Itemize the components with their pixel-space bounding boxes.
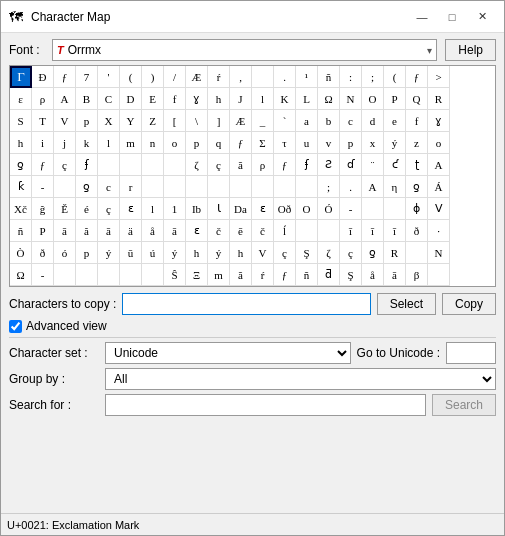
char-cell[interactable]: [ xyxy=(164,110,186,132)
char-cell[interactable]: ƍ xyxy=(406,176,428,198)
char-cell[interactable]: ŕ xyxy=(252,264,274,286)
char-cell[interactable]: ƙ xyxy=(10,176,32,198)
char-cell[interactable]: Æ xyxy=(230,110,252,132)
char-cell[interactable]: b xyxy=(318,110,340,132)
char-cell[interactable] xyxy=(406,242,428,264)
char-cell[interactable]: ƒ xyxy=(230,132,252,154)
font-selector[interactable]: T Orrmx ▾ xyxy=(52,39,437,61)
char-cell[interactable]: d xyxy=(362,110,384,132)
char-cell[interactable]: ƍ xyxy=(362,242,384,264)
char-cell[interactable] xyxy=(142,264,164,286)
char-cell[interactable]: Xč xyxy=(10,198,32,220)
char-cell[interactable]: S xyxy=(10,110,32,132)
char-cell[interactable]: Γ xyxy=(10,66,32,88)
char-cell[interactable]: Ě xyxy=(54,198,76,220)
char-cell[interactable] xyxy=(230,176,252,198)
char-cell[interactable] xyxy=(120,154,142,176)
help-button[interactable]: Help xyxy=(445,39,496,61)
char-cell[interactable] xyxy=(142,154,164,176)
char-cell[interactable]: - xyxy=(32,264,54,286)
char-cell[interactable]: β xyxy=(406,264,428,286)
char-cell[interactable] xyxy=(252,66,274,88)
char-cell[interactable]: ã xyxy=(230,264,252,286)
char-cell[interactable]: ɛ xyxy=(252,198,274,220)
char-cell[interactable]: ɛ xyxy=(186,220,208,242)
char-cell[interactable]: ; xyxy=(362,66,384,88)
char-cell[interactable]: V xyxy=(252,242,274,264)
char-cell[interactable]: j xyxy=(54,132,76,154)
char-cell[interactable]: · xyxy=(428,220,450,242)
char-cell[interactable]: Ð xyxy=(32,66,54,88)
char-cell[interactable]: m xyxy=(120,132,142,154)
char-cell[interactable]: ζ xyxy=(186,154,208,176)
char-cell[interactable] xyxy=(428,264,450,286)
char-cell[interactable]: Y xyxy=(120,110,142,132)
char-cell[interactable]: ¨ xyxy=(362,154,384,176)
char-cell[interactable]: Ŝ xyxy=(164,264,186,286)
char-cell[interactable]: ) xyxy=(142,66,164,88)
char-cell[interactable]: ū xyxy=(120,242,142,264)
char-cell[interactable]: ] xyxy=(208,110,230,132)
char-cell[interactable]: ʄ xyxy=(296,154,318,176)
char-cell[interactable]: R xyxy=(428,88,450,110)
char-cell[interactable]: X xyxy=(98,110,120,132)
char-cell[interactable]: C xyxy=(98,88,120,110)
char-cell[interactable]: _ xyxy=(252,110,274,132)
char-cell[interactable]: ƒ xyxy=(54,66,76,88)
char-cell[interactable]: Ş xyxy=(296,242,318,264)
char-cell[interactable]: o xyxy=(428,132,450,154)
char-cell[interactable]: l xyxy=(252,88,274,110)
char-cell[interactable] xyxy=(208,176,230,198)
char-cell[interactable]: a xyxy=(296,110,318,132)
char-cell[interactable]: č xyxy=(252,220,274,242)
minimize-button[interactable]: — xyxy=(408,7,436,27)
char-cell[interactable]: ρ xyxy=(32,88,54,110)
char-cell[interactable]: L xyxy=(296,88,318,110)
char-cell[interactable]: ŕ xyxy=(208,66,230,88)
char-cell[interactable]: ñ xyxy=(318,66,340,88)
select-button[interactable]: Select xyxy=(377,293,436,315)
char-cell[interactable]: ã xyxy=(230,154,252,176)
char-cell[interactable]: Q xyxy=(406,88,428,110)
char-cell[interactable]: K xyxy=(274,88,296,110)
char-cell[interactable]: Ω xyxy=(318,88,340,110)
char-cell[interactable]: h xyxy=(10,132,32,154)
char-cell[interactable]: ɛ xyxy=(120,198,142,220)
char-cell[interactable]: å xyxy=(362,264,384,286)
char-cell[interactable]: q xyxy=(208,132,230,154)
char-cell[interactable]: V xyxy=(54,110,76,132)
char-cell[interactable]: ā xyxy=(54,220,76,242)
char-cell[interactable]: ç xyxy=(274,242,296,264)
char-cell[interactable]: ñ xyxy=(10,220,32,242)
char-cell[interactable]: Oð xyxy=(274,198,296,220)
char-cell[interactable]: v xyxy=(318,132,340,154)
char-cell[interactable] xyxy=(296,176,318,198)
charset-select[interactable]: Unicode xyxy=(105,342,351,364)
char-cell[interactable]: ĺ xyxy=(274,220,296,242)
char-cell[interactable]: ī xyxy=(384,220,406,242)
char-cell[interactable]: N xyxy=(428,242,450,264)
char-cell[interactable]: R xyxy=(384,242,406,264)
char-cell[interactable]: ñ xyxy=(296,264,318,286)
char-cell[interactable] xyxy=(274,176,296,198)
char-cell[interactable]: ƒ xyxy=(274,154,296,176)
char-cell[interactable]: ε xyxy=(10,88,32,110)
char-cell[interactable] xyxy=(318,220,340,242)
char-cell[interactable] xyxy=(164,176,186,198)
char-cell[interactable]: r xyxy=(120,176,142,198)
char-cell[interactable]: ; xyxy=(318,176,340,198)
char-cell[interactable] xyxy=(186,176,208,198)
char-cell[interactable]: Ⅴ xyxy=(428,198,450,220)
char-cell[interactable]: ç xyxy=(208,154,230,176)
char-cell[interactable]: p xyxy=(76,242,98,264)
char-cell[interactable]: k xyxy=(76,132,98,154)
char-cell[interactable] xyxy=(252,176,274,198)
char-cell[interactable]: Ƨ xyxy=(318,154,340,176)
char-cell[interactable]: Σ xyxy=(252,132,274,154)
char-cell[interactable]: ā xyxy=(164,220,186,242)
char-cell[interactable] xyxy=(76,264,98,286)
char-cell[interactable] xyxy=(384,198,406,220)
char-cell[interactable]: ƌ xyxy=(318,264,340,286)
char-cell[interactable]: n xyxy=(142,132,164,154)
char-cell[interactable]: P xyxy=(384,88,406,110)
